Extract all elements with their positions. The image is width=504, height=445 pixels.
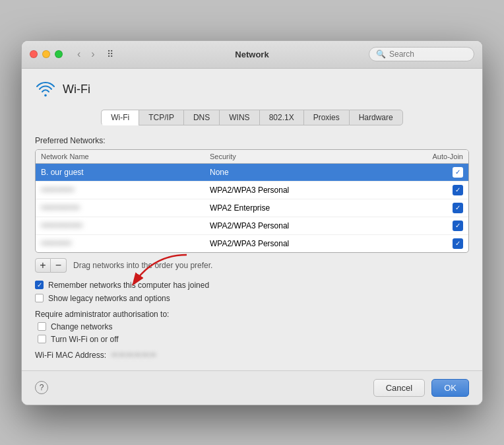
table-row[interactable]: •••••••••••••• WPA2 Enterprise ✓ — [36, 199, 468, 217]
network-autojoin: ✓ — [379, 185, 463, 195]
autojoin-check: ✓ — [453, 203, 463, 213]
footer: ? Cancel OK — [22, 370, 482, 405]
network-security: WPA2 Enterprise — [210, 203, 379, 213]
turn-wifi-checkbox[interactable] — [38, 335, 46, 343]
traffic-lights — [30, 50, 63, 58]
network-name: B. our guest — [41, 168, 210, 177]
change-networks-row: Change networks — [38, 322, 469, 331]
show-legacy-label: Show legacy networks and options — [48, 294, 170, 303]
change-networks-label: Change networks — [51, 322, 112, 331]
window-title: Network — [235, 50, 268, 59]
search-input[interactable] — [389, 50, 467, 59]
mac-address-value: ••:••:••:••:••:•• — [111, 351, 156, 360]
minimize-button[interactable] — [42, 50, 50, 58]
wifi-icon — [35, 79, 56, 100]
tab-proxies[interactable]: Proxies — [303, 110, 349, 125]
network-security: WPA2/WPA3 Personal — [210, 239, 379, 248]
tab-802x[interactable]: 802.1X — [259, 110, 303, 125]
admin-section: Require administrator authorisation to: … — [35, 310, 469, 344]
help-button[interactable]: ? — [35, 381, 48, 394]
preferred-networks-label: Preferred Networks: — [35, 136, 469, 145]
svg-point-0 — [44, 94, 47, 96]
tab-wins[interactable]: WINS — [219, 110, 259, 125]
show-legacy-row: Show legacy networks and options — [35, 294, 469, 303]
search-icon: 🔍 — [376, 50, 386, 59]
show-legacy-checkbox[interactable] — [35, 294, 44, 302]
maximize-button[interactable] — [55, 50, 63, 58]
network-name: •••••••••••• — [41, 186, 210, 195]
network-autojoin: ✓ — [379, 238, 463, 249]
autojoin-check: ✓ — [453, 185, 463, 195]
table-controls: + − Drag networks into the order you pre… — [35, 258, 469, 273]
table-row[interactable]: ••••••••••• WPA2/WPA3 Personal ✓ — [36, 235, 468, 252]
col-header-security: Security — [210, 153, 379, 160]
tab-wifi[interactable]: Wi-Fi — [101, 110, 139, 125]
tab-hardware[interactable]: Hardware — [349, 110, 403, 125]
table-row[interactable]: ••••••••••••••• WPA2/WPA3 Personal ✓ — [36, 217, 468, 235]
autojoin-check: ✓ — [453, 221, 463, 231]
table-row[interactable]: •••••••••••• WPA2/WPA3 Personal ✓ — [36, 182, 468, 199]
cancel-button[interactable]: Cancel — [373, 379, 425, 397]
controls-area: + − Drag networks into the order you pre… — [35, 258, 469, 273]
tab-bar: Wi-Fi TCP/IP DNS WINS 802.1X Proxies Har… — [35, 110, 469, 125]
network-security: WPA2/WPA3 Personal — [210, 221, 379, 230]
col-header-autojoin: Auto-Join — [379, 153, 463, 160]
content-area: Wi-Fi Wi-Fi TCP/IP DNS WINS 802.1X Proxi… — [22, 69, 482, 370]
admin-label: Require administrator authorisation to: — [35, 310, 469, 319]
turn-wifi-row: Turn Wi-Fi on or off — [38, 335, 469, 344]
autojoin-check: ✓ — [453, 238, 463, 249]
back-button[interactable]: ‹ — [73, 47, 84, 61]
main-window: ‹ › ⠿ Network 🔍 Wi-Fi Wi-Fi TCP/IP DNS — [21, 40, 483, 405]
network-security: WPA2/WPA3 Personal — [210, 186, 379, 195]
network-name: ••••••••••••••• — [41, 221, 210, 230]
forward-button[interactable]: › — [87, 47, 98, 61]
close-button[interactable] — [30, 50, 38, 58]
grid-icon: ⠿ — [107, 49, 113, 59]
section-title: Wi-Fi — [63, 83, 90, 96]
network-autojoin: ✓ — [379, 167, 463, 178]
search-box: 🔍 — [369, 47, 474, 61]
mac-address-label: Wi-Fi MAC Address: — [35, 351, 106, 360]
network-autojoin: ✓ — [379, 221, 463, 231]
table-header: Network Name Security Auto-Join — [36, 150, 468, 164]
remember-networks-label: Remember networks this computer has join… — [48, 281, 209, 290]
network-table: Network Name Security Auto-Join B. our g… — [35, 149, 469, 253]
network-name: ••••••••••• — [41, 239, 210, 248]
remember-networks-checkbox[interactable]: ✓ — [35, 281, 44, 289]
nav-buttons: ‹ › — [73, 47, 99, 61]
footer-actions: Cancel OK — [373, 379, 469, 397]
drag-hint: Drag networks into the order you prefer. — [73, 261, 212, 270]
autojoin-check: ✓ — [453, 167, 463, 178]
mac-address-row: Wi-Fi MAC Address: ••:••:••:••:••:•• — [35, 351, 469, 360]
wifi-header: Wi-Fi — [35, 79, 469, 100]
titlebar: ‹ › ⠿ Network 🔍 — [22, 41, 482, 69]
turn-wifi-label: Turn Wi-Fi on or off — [51, 335, 119, 344]
remember-networks-row: ✓ Remember networks this computer has jo… — [35, 281, 469, 290]
col-header-name: Network Name — [41, 153, 210, 160]
ok-button[interactable]: OK — [431, 379, 469, 397]
table-row[interactable]: B. our guest None ✓ — [36, 164, 468, 182]
remove-network-button[interactable]: − — [51, 258, 67, 273]
change-networks-checkbox[interactable] — [38, 322, 46, 331]
network-autojoin: ✓ — [379, 203, 463, 213]
tab-dns[interactable]: DNS — [183, 110, 219, 125]
network-security: None — [210, 168, 379, 177]
add-network-button[interactable]: + — [35, 258, 51, 273]
network-name: •••••••••••••• — [41, 203, 210, 213]
tab-tcpip[interactable]: TCP/IP — [139, 110, 183, 125]
